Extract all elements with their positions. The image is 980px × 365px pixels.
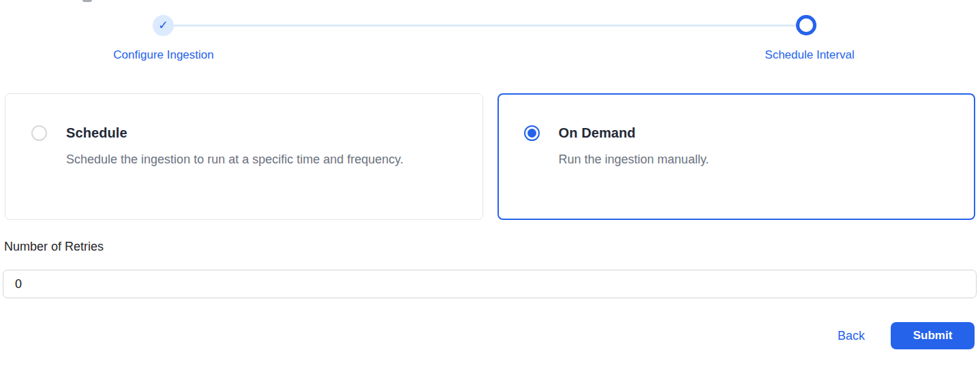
option-title: On Demand xyxy=(559,124,709,142)
back-button[interactable]: Back xyxy=(838,329,865,343)
step-label-configure-ingestion[interactable]: Configure Ingestion xyxy=(113,48,213,62)
option-text-schedule: Schedule Schedule the ingestion to run a… xyxy=(66,124,403,171)
step-active-indicator[interactable] xyxy=(796,15,816,35)
option-text-on-demand: On Demand Run the ingestion manually. xyxy=(559,124,709,171)
check-icon: ✓ xyxy=(158,19,168,31)
option-card-on-demand[interactable]: On Demand Run the ingestion manually. xyxy=(497,93,976,220)
footer-actions: Back Submit xyxy=(838,322,975,349)
option-description: Run the ingestion manually. xyxy=(559,148,709,171)
stepper-connector-line xyxy=(164,25,808,27)
option-description: Schedule the ingestion to run at a speci… xyxy=(66,148,403,171)
step-completed-indicator[interactable]: ✓ xyxy=(153,15,174,36)
schedule-options-group: Schedule Schedule the ingestion to run a… xyxy=(5,93,975,220)
cropped-text-artifact xyxy=(82,0,92,2)
radio-unselected-icon[interactable] xyxy=(31,125,47,141)
option-card-schedule[interactable]: Schedule Schedule the ingestion to run a… xyxy=(5,93,483,220)
step-label-schedule-interval[interactable]: Schedule Interval xyxy=(765,48,854,62)
retries-input[interactable] xyxy=(3,270,977,298)
submit-button[interactable]: Submit xyxy=(891,322,975,349)
retries-label: Number of Retries xyxy=(4,240,104,254)
radio-dot xyxy=(527,129,536,138)
radio-selected-icon[interactable] xyxy=(524,125,540,141)
option-title: Schedule xyxy=(66,124,403,142)
